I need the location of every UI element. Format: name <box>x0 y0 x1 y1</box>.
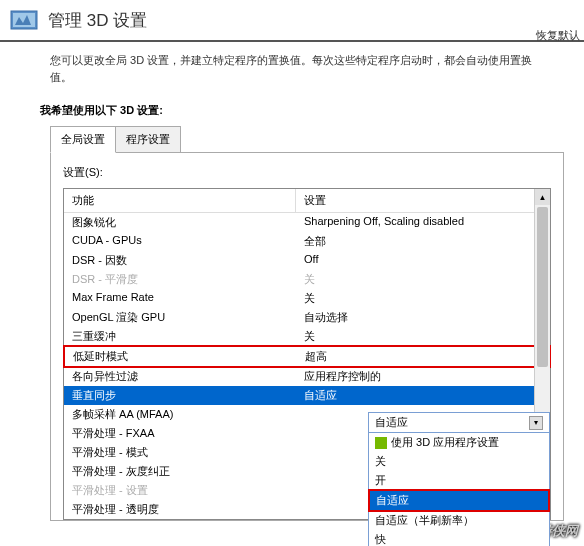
cell-function: 各向异性过滤 <box>64 367 296 386</box>
dropdown-item-label: 快 <box>375 532 386 546</box>
dropdown-selected[interactable]: 自适应 ▾ <box>369 413 549 433</box>
nvidia-logo-icon <box>8 4 40 36</box>
table-row[interactable]: 低延时模式超高 <box>63 345 551 368</box>
cell-setting: Sharpening Off, Scaling disabled <box>296 213 550 232</box>
cell-function: DSR - 平滑度 <box>64 270 296 289</box>
dropdown-list: 使用 3D 应用程序设置关开自适应自适应（半刷新率）快 <box>369 433 549 546</box>
cell-setting: 超高 <box>297 347 549 366</box>
table-row[interactable]: OpenGL 渲染 GPU自动选择 <box>64 308 550 327</box>
col-setting[interactable]: 设置 <box>296 189 550 212</box>
nvidia-icon <box>375 437 387 449</box>
restore-defaults-link[interactable]: 恢复默认 <box>536 28 580 43</box>
scroll-thumb[interactable] <box>537 207 548 367</box>
cell-function: 平滑处理 - 设置 <box>64 481 296 500</box>
description-text: 您可以更改全局 3D 设置，并建立特定程序的置换值。每次这些特定程序启动时，都会… <box>0 42 584 99</box>
dropdown-item-label: 使用 3D 应用程序设置 <box>391 435 499 450</box>
cell-function: 多帧采样 AA (MFAA) <box>64 405 296 424</box>
dropdown-item[interactable]: 自适应（半刷新率） <box>369 511 549 530</box>
table-row[interactable]: 图象锐化Sharpening Off, Scaling disabled <box>64 213 550 232</box>
cell-setting: 自适应 <box>296 386 550 405</box>
header: 管理 3D 设置 <box>0 0 584 42</box>
table-row[interactable]: 各向异性过滤应用程序控制的 <box>64 367 550 386</box>
table-header: 功能 设置 <box>64 189 550 213</box>
cell-function: CUDA - GPUs <box>64 232 296 251</box>
dropdown-item[interactable]: 关 <box>369 452 549 471</box>
dropdown-item[interactable]: 开 <box>369 471 549 490</box>
cell-setting: 全部 <box>296 232 550 251</box>
cell-function: 平滑处理 - 模式 <box>64 443 296 462</box>
cell-function: 垂直同步 <box>64 386 296 405</box>
cell-setting: 关 <box>296 270 550 289</box>
cell-function: Max Frame Rate <box>64 289 296 308</box>
page-title: 管理 3D 设置 <box>48 9 147 32</box>
dropdown-item-label: 关 <box>375 454 386 469</box>
table-row[interactable]: 垂直同步自适应 <box>64 386 550 405</box>
dropdown-selected-label: 自适应 <box>375 415 408 430</box>
cell-setting: Off <box>296 251 550 270</box>
dropdown-item[interactable]: 使用 3D 应用程序设置 <box>369 433 549 452</box>
cell-function: 平滑处理 - FXAA <box>64 424 296 443</box>
dropdown-item-label: 开 <box>375 473 386 488</box>
table-row[interactable]: CUDA - GPUs全部 <box>64 232 550 251</box>
cell-function: 图象锐化 <box>64 213 296 232</box>
settings-label: 设置(S): <box>63 165 551 180</box>
tab-global[interactable]: 全局设置 <box>50 126 116 153</box>
table-row[interactable]: DSR - 平滑度关 <box>64 270 550 289</box>
settings-panel: 全局设置 程序设置 设置(S): 功能 设置 图象锐化Sharpening Of… <box>50 126 564 521</box>
cell-setting: 自动选择 <box>296 308 550 327</box>
table-row[interactable]: DSR - 因数Off <box>64 251 550 270</box>
cell-setting: 关 <box>296 327 550 346</box>
tabs: 全局设置 程序设置 <box>50 126 564 153</box>
dropdown-item-label: 自适应 <box>376 493 409 508</box>
col-function[interactable]: 功能 <box>64 189 296 212</box>
chevron-down-icon[interactable]: ▾ <box>529 416 543 430</box>
dropdown-item-label: 自适应（半刷新率） <box>375 513 474 528</box>
dropdown-item[interactable]: 快 <box>369 530 549 546</box>
settings-table: 功能 设置 图象锐化Sharpening Off, Scaling disabl… <box>63 188 551 520</box>
cell-function: 平滑处理 - 透明度 <box>64 500 296 519</box>
dropdown-item[interactable]: 自适应 <box>368 489 550 512</box>
vsync-dropdown[interactable]: 自适应 ▾ 使用 3D 应用程序设置关开自适应自适应（半刷新率）快 <box>368 412 550 546</box>
cell-function: OpenGL 渲染 GPU <box>64 308 296 327</box>
cell-function: DSR - 因数 <box>64 251 296 270</box>
scroll-up-icon[interactable]: ▲ <box>535 189 550 205</box>
cell-setting: 应用程序控制的 <box>296 367 550 386</box>
tab-content: 设置(S): 功能 设置 图象锐化Sharpening Off, Scaling… <box>50 152 564 521</box>
tab-program[interactable]: 程序设置 <box>115 126 181 153</box>
section-label: 我希望使用以下 3D 设置: <box>0 99 584 126</box>
table-row[interactable]: 三重缓冲关 <box>64 327 550 346</box>
cell-function: 低延时模式 <box>65 347 297 366</box>
cell-function: 三重缓冲 <box>64 327 296 346</box>
table-row[interactable]: Max Frame Rate关 <box>64 289 550 308</box>
cell-function: 平滑处理 - 灰度纠正 <box>64 462 296 481</box>
cell-setting: 关 <box>296 289 550 308</box>
